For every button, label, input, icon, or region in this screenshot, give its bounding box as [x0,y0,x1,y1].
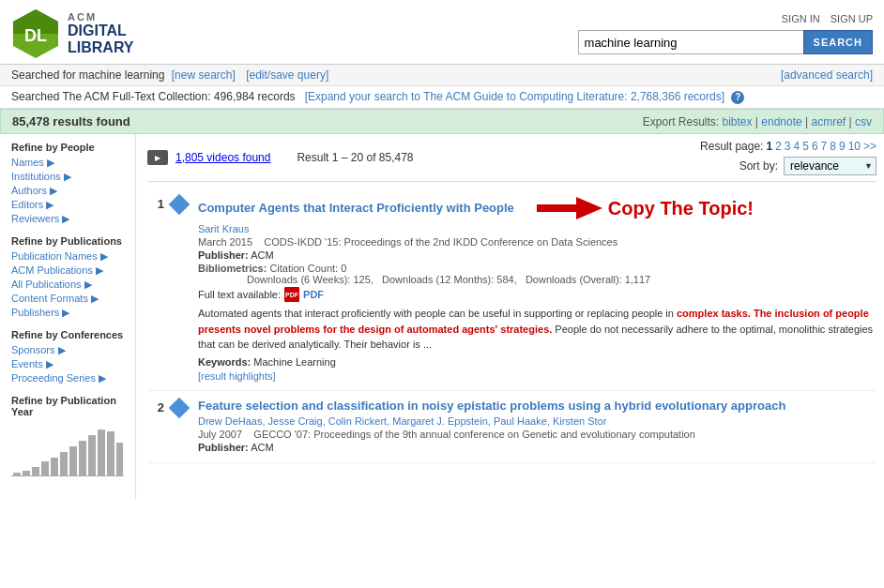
logo-area: DL ACM DIGITALLIBRARY [11,8,134,60]
expand-search-link[interactable]: [Expand your search to The ACM Guide to … [305,90,724,103]
advanced-search-link[interactable]: [advanced search] [781,68,873,82]
sidebar-item-all-pubs[interactable]: All Publications ▶ [11,278,128,292]
result-keywords-1: Keywords: Machine Learning [198,356,876,368]
header-right: SIGN IN SIGN UP SEARCH [578,13,873,54]
sidebar-item-events[interactable]: Events ▶ [11,357,128,371]
page-next[interactable]: >> [863,140,876,153]
result-page-label: Result page: [700,140,763,153]
page-3[interactable]: 3 [785,140,791,153]
svg-rect-13 [98,430,105,475]
edit-save-query-link[interactable]: [edit/save query] [246,68,328,82]
export-bibtex[interactable]: bibtex [723,115,753,128]
acm-logo-icon: DL [11,8,60,60]
svg-rect-9 [60,452,68,475]
result-abstract-1: Automated agents that interact proficien… [198,306,876,353]
diamond-icon [169,194,191,216]
result-authors-2: Drew DeHaas, Jesse Craig, Colin Rickert,… [198,415,876,427]
sort-bar: Sort by: relevance date downloads citati… [739,157,876,175]
search-bar: SEARCH [578,30,873,54]
sidebar-item-institutions[interactable]: Institutions ▶ [11,170,128,184]
page-7[interactable]: 7 [821,140,828,153]
collection-bar: Searched The ACM Full-Text Collection: 4… [0,86,884,109]
refine-pubs-title: Refine by Publications [11,235,128,247]
help-icon[interactable]: ? [731,91,744,104]
export-acmref[interactable]: acmref [812,115,846,128]
advanced-search: [advanced search] [781,68,873,82]
export-csv[interactable]: csv [855,115,872,128]
result-number-1: 1 [147,195,164,383]
collection-text: Searched The ACM Full-Text Collection: 4… [11,90,296,103]
page-9[interactable]: 9 [839,140,846,153]
svg-rect-5 [23,471,30,475]
result-author-margaret[interactable]: Margaret J. Eppstein [392,415,488,427]
results-bar: 85,478 results found Export Results: bib… [0,109,884,134]
refine-people-section: Refine by People Names ▶ Institutions ▶ … [11,142,128,226]
sidebar-item-content-formats[interactable]: Content Formats ▶ [11,292,128,306]
results-count: 85,478 results found [12,114,130,128]
result-publisher-1: Publisher: ACM [198,249,876,261]
page-5[interactable]: 5 [802,140,809,153]
current-page: 1 [766,140,772,153]
video-icon [147,150,168,165]
signup-link[interactable]: SIGN UP [831,13,873,24]
pdf-link-1[interactable]: PDF [303,289,324,300]
page-10[interactable]: 10 [848,140,861,153]
result-bibliometrics-1: Bibliometrics: Citation Count: 0 Downloa… [198,263,876,285]
auth-links: SIGN IN SIGN UP [774,13,873,24]
result-author-link-1[interactable]: Sarit Kraus [198,223,249,234]
result-title-1[interactable]: Computer Agents that Interact Proficient… [198,201,514,217]
videos-found-link[interactable]: 1,805 videos found [175,151,270,164]
refine-people-title: Refine by People [11,142,128,153]
page-8[interactable]: 8 [830,140,836,153]
svg-marker-17 [576,197,602,219]
content-area: 1,805 videos found Result 1 – 20 of 85,4… [136,134,884,499]
result-author-paul[interactable]: Paul Haake [494,415,547,427]
refine-year-section: Refine by Publication Year [11,395,128,482]
export-endnote[interactable]: endnote [761,115,801,128]
refine-conf-section: Refine by Conferences Sponsors ▶ Events … [11,329,128,385]
page-links: Result page: 1 2 3 4 5 6 7 8 9 10 >> [700,140,876,153]
sidebar-item-publication-names[interactable]: Publication Names ▶ [11,249,128,264]
signin-link[interactable]: SIGN IN [782,13,820,24]
right-pagination: Result page: 1 2 3 4 5 6 7 8 9 10 >> Sor… [700,140,876,175]
result-title-2[interactable]: Feature selection and classification in … [198,399,785,413]
sort-select[interactable]: relevance date downloads citation count [784,157,876,175]
sidebar-item-proceeding-series[interactable]: Proceeding Series ▶ [11,371,128,385]
title-row-1: Computer Agents that Interact Proficient… [198,195,876,221]
page-4[interactable]: 4 [794,140,800,153]
page-2[interactable]: 2 [775,140,782,153]
sidebar-item-authors[interactable]: Authors ▶ [11,184,128,198]
sidebar-item-editors[interactable]: Editors ▶ [11,198,128,212]
red-arrow-icon [537,195,602,221]
svg-rect-12 [88,435,96,475]
left-pagination: 1,805 videos found Result 1 – 20 of 85,4… [147,150,414,165]
result-author-jesse[interactable]: Jesse Craig [268,415,323,427]
sidebar-item-names[interactable]: Names ▶ [11,156,128,170]
refine-conf-title: Refine by Conferences [11,329,128,340]
sort-wrapper: relevance date downloads citation count [784,157,876,175]
result-venue-1: March 2015 CODS-IKDD '15: Proceedings of… [198,236,876,248]
new-search-link[interactable]: [new search] [172,68,236,82]
logo-text: ACM DIGITALLIBRARY [68,11,134,55]
sidebar-item-reviewers[interactable]: Reviewers ▶ [11,212,128,226]
result-highlights-1: [result highlights] [198,369,876,383]
svg-rect-3 [11,475,124,476]
result-range: Result 1 – 20 of 85,478 [297,151,413,164]
result-highlights-link-1[interactable]: [result highlights] [198,370,276,382]
sidebar-item-sponsors[interactable]: Sponsors ▶ [11,343,128,357]
table-row: 2 Feature selection and classification i… [147,391,876,464]
result-author-colin[interactable]: Colin Rickert [328,415,387,427]
svg-rect-15 [116,443,123,475]
pagination-bar: 1,805 videos found Result 1 – 20 of 85,4… [147,134,876,182]
search-input[interactable] [578,30,803,54]
export-label: Export Results: [643,115,719,128]
result-author-kirsten[interactable]: Kirsten Stor [553,415,606,427]
result-author-drew[interactable]: Drew DeHaas [198,415,262,427]
export-results: Export Results: bibtex | endnote | acmre… [643,115,872,128]
sidebar-item-publishers[interactable]: Publishers ▶ [11,306,128,320]
sidebar-item-acm-pubs[interactable]: ACM Publications ▶ [11,264,128,278]
search-button[interactable]: SEARCH [803,30,873,54]
pdf-icon-1: PDF [284,287,299,302]
page-6[interactable]: 6 [812,140,818,153]
svg-rect-14 [107,431,114,475]
